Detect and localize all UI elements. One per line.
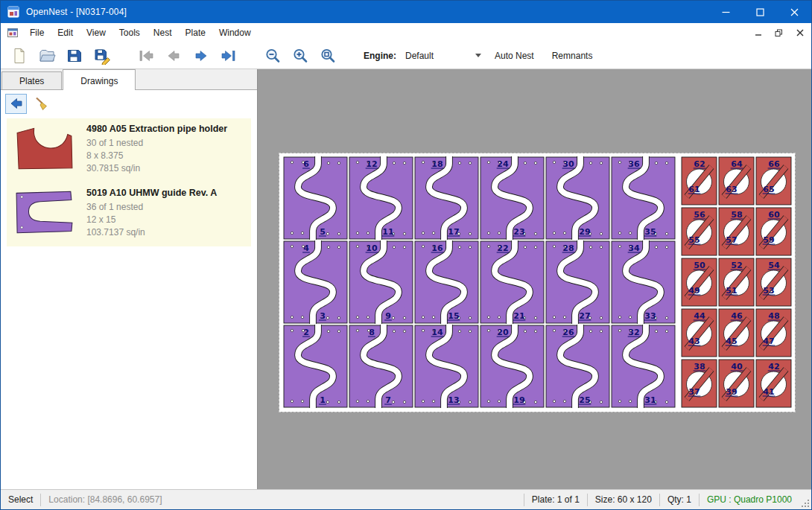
- svg-text:18: 18: [431, 159, 443, 169]
- red-part-pair-57-58[interactable]: 5857: [719, 208, 754, 255]
- purple-part-pair-1-2[interactable]: 21: [284, 325, 347, 408]
- engine-label: Engine:: [364, 51, 396, 61]
- save-as-button[interactable]: [91, 45, 113, 66]
- svg-text:41: 41: [763, 387, 774, 397]
- new-button[interactable]: [8, 45, 31, 66]
- open-button[interactable]: [36, 45, 58, 66]
- next-plate-button[interactable]: [190, 45, 212, 66]
- clear-drawings-button[interactable]: [31, 94, 52, 114]
- drawing-item-uhmw-guide[interactable]: 5019 A10 UHMW guide Rev. A 36 of 1 neste…: [7, 182, 251, 246]
- purple-part-pair-23-24[interactable]: 2423: [480, 156, 544, 240]
- purple-part-pair-11-12[interactable]: 1211: [349, 156, 413, 240]
- red-part-pair-53-54[interactable]: 5453: [756, 258, 791, 306]
- purple-part-pair-17-18[interactable]: 1817: [415, 156, 478, 240]
- last-arrow-icon: [220, 47, 238, 65]
- plate[interactable]: 6543211211109871817161514132423222120193…: [279, 153, 795, 412]
- red-part-pair-41-42[interactable]: 4241: [756, 360, 791, 407]
- close-button[interactable]: [777, 1, 811, 23]
- maximize-button[interactable]: [743, 1, 777, 23]
- red-part-pair-59-60[interactable]: 6059: [756, 208, 791, 255]
- red-part-pair-55-56[interactable]: 5655: [682, 208, 717, 255]
- tab-drawings[interactable]: Drawings: [63, 69, 136, 90]
- svg-text:6: 6: [303, 159, 309, 169]
- svg-text:29: 29: [579, 227, 590, 237]
- red-part-pair-39-40[interactable]: 4039: [719, 360, 754, 407]
- save-as-icon: [93, 47, 111, 65]
- red-part-pair-37-38[interactable]: 3837: [682, 360, 717, 407]
- import-drawing-button[interactable]: [5, 94, 27, 114]
- svg-text:3: 3: [320, 311, 326, 321]
- chevron-down-icon: [475, 54, 481, 57]
- broom-icon: [34, 96, 49, 111]
- close-icon: [790, 8, 799, 16]
- engine-value: Default: [405, 51, 475, 61]
- menu-view[interactable]: View: [80, 24, 112, 42]
- purple-part-pair-25-26[interactable]: 2625: [546, 325, 609, 408]
- svg-text:55: 55: [688, 235, 700, 245]
- status-mode: Select: [1, 494, 40, 505]
- purple-part-pair-21-22[interactable]: 2221: [480, 240, 544, 324]
- svg-text:35: 35: [644, 227, 656, 237]
- last-plate-button[interactable]: [218, 45, 240, 66]
- svg-text:59: 59: [763, 235, 774, 245]
- svg-text:49: 49: [688, 286, 700, 296]
- purple-part-pair-9-10[interactable]: 109: [349, 240, 413, 324]
- purple-part-pair-5-6[interactable]: 65: [284, 156, 347, 240]
- svg-text:12: 12: [366, 159, 377, 169]
- purple-part-pair-15-16[interactable]: 1615: [415, 240, 478, 324]
- svg-text:24: 24: [497, 159, 509, 169]
- child-minimize-button[interactable]: [749, 25, 767, 40]
- red-part-pair-47-48[interactable]: 4847: [756, 309, 791, 357]
- auto-nest-button[interactable]: Auto Nest: [487, 45, 542, 66]
- drawing-item-extraction-pipe-holder[interactable]: 4980 A05 Extraction pipe holder 30 of 1 …: [7, 118, 251, 182]
- zoom-fit-button[interactable]: [317, 45, 339, 66]
- red-part-pair-45-46[interactable]: 4645: [719, 309, 754, 357]
- red-part-pair-51-52[interactable]: 5251: [719, 258, 754, 306]
- purple-part-pair-3-4[interactable]: 43: [284, 240, 347, 324]
- status-size: Size: 60 x 120: [588, 494, 659, 505]
- red-part-pair-65-66[interactable]: 6665: [756, 157, 791, 205]
- part-thumbnail-purple: [14, 188, 75, 237]
- purple-part-pair-33-34[interactable]: 3433: [612, 240, 675, 324]
- zoom-in-button[interactable]: [289, 45, 311, 66]
- save-button[interactable]: [63, 45, 86, 66]
- red-part-pair-61-62[interactable]: 6261: [682, 157, 717, 205]
- menu-window[interactable]: Window: [212, 24, 258, 42]
- menu-edit[interactable]: Edit: [51, 24, 80, 42]
- menu-tools[interactable]: Tools: [112, 24, 147, 42]
- remnants-button[interactable]: Remnants: [545, 45, 600, 66]
- svg-text:48: 48: [768, 311, 779, 321]
- minimize-icon: [722, 8, 730, 16]
- zoom-out-button[interactable]: [261, 45, 284, 66]
- sidebar: Plates Drawings: [1, 69, 258, 489]
- purple-part-pair-13-14[interactable]: 1413: [415, 325, 478, 408]
- red-part-pair-49-50[interactable]: 5049: [682, 258, 717, 306]
- menu-file[interactable]: File: [23, 24, 51, 42]
- resize-grip-icon: [801, 499, 810, 508]
- purple-part-pair-19-20[interactable]: 2019: [480, 325, 544, 408]
- app-icon: [7, 6, 19, 18]
- first-plate-button[interactable]: [135, 45, 157, 66]
- child-close-button[interactable]: [790, 25, 809, 40]
- child-restore-button[interactable]: [770, 25, 788, 40]
- tab-plates[interactable]: Plates: [1, 71, 62, 89]
- resize-grip[interactable]: [799, 490, 811, 509]
- menu-nest[interactable]: Nest: [147, 24, 179, 42]
- purple-part-pair-35-36[interactable]: 3635: [612, 156, 675, 240]
- svg-text:52: 52: [731, 261, 742, 270]
- red-part-pair-43-44[interactable]: 4443: [682, 309, 717, 357]
- previous-plate-button[interactable]: [162, 45, 185, 66]
- svg-text:5: 5: [320, 227, 326, 237]
- main-area: Plates Drawings: [1, 69, 811, 489]
- engine-dropdown[interactable]: Default: [402, 47, 484, 65]
- nest-canvas[interactable]: 6543211211109871817161514132423222120193…: [258, 69, 811, 489]
- minimize-button[interactable]: [708, 1, 743, 23]
- purple-part-pair-7-8[interactable]: 87: [349, 325, 413, 408]
- purple-part-pair-29-30[interactable]: 3029: [546, 156, 609, 240]
- purple-part-pair-31-32[interactable]: 3231: [612, 325, 675, 408]
- purple-part-pair-27-28[interactable]: 2827: [546, 240, 609, 324]
- menu-plate[interactable]: Plate: [179, 24, 212, 42]
- menubar: File Edit View Tools Nest Plate Window: [1, 23, 811, 42]
- red-part-pair-63-64[interactable]: 6463: [719, 157, 754, 205]
- svg-text:32: 32: [628, 328, 639, 337]
